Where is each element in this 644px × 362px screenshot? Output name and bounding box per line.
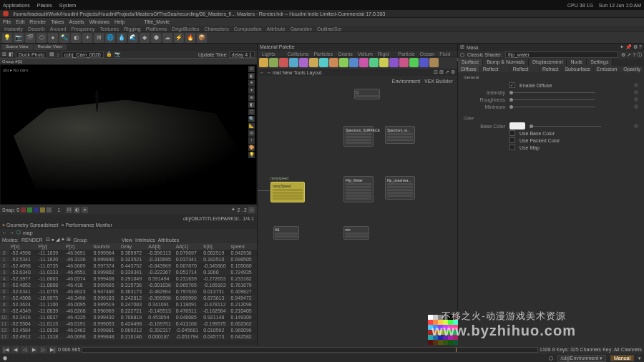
home-icon[interactable]: ⌂ xyxy=(248,207,255,213)
node-rampspeed[interactable]: rampSpeed xyxy=(270,182,305,202)
desktop-name[interactable]: Title_Movie xyxy=(144,19,170,24)
roughness-slider[interactable] xyxy=(509,99,595,100)
ss-attributes[interactable]: Attributes xyxy=(158,238,180,243)
node-spectrum-surface[interactable]: Spectrum_SURFACE xyxy=(343,126,374,147)
vp-mode[interactable]: Duck Photo xyxy=(16,52,47,58)
table-row[interactable]: 9-52.4349-11.0839-46.02680.9969690.22272… xyxy=(0,308,257,314)
shelf-tool-icon[interactable] xyxy=(399,58,409,67)
first-frame-icon[interactable]: |◀ xyxy=(2,346,10,353)
shelf-tool-icon[interactable] xyxy=(259,58,268,67)
last-frame-icon[interactable]: ▶| xyxy=(49,346,57,353)
use-basecolor-checkbox[interactable] xyxy=(509,130,515,136)
wire-icon[interactable]: ◐ xyxy=(74,207,80,213)
shelf-tool-icon[interactable]: 🌐 xyxy=(105,33,115,43)
ss-view[interactable]: View xyxy=(122,238,132,243)
cook-icon[interactable]: ⬢ xyxy=(3,356,7,361)
menu-file[interactable]: File xyxy=(3,19,11,24)
shelf-tool-icon[interactable]: ⬡ xyxy=(36,33,47,43)
node-env[interactable]: ⬡ xyxy=(354,89,380,99)
param-subtab[interactable]: Reflect Coat xyxy=(510,66,540,72)
shelf-tab[interactable]: Characters xyxy=(203,26,230,31)
table-row[interactable]: 8-52.3624-11.1100-46.00950.9995190.24708… xyxy=(0,301,257,308)
shelf-tab[interactable]: Textures xyxy=(98,26,119,31)
shelf-tool-icon[interactable] xyxy=(389,58,399,67)
table-row[interactable]: 12-52.4584-11.0838-46.04620.9998810.0692… xyxy=(0,327,257,333)
table-row[interactable]: 10-52.3416-11.0037-46.42350.9994300.7068… xyxy=(0,314,257,321)
viewport-tool-icon[interactable]: ◐ xyxy=(248,73,255,79)
frame-f2[interactable]: 965 xyxy=(72,347,81,352)
shelf-tool-icon[interactable]: 📦 xyxy=(197,33,207,43)
viewport-tool-icon[interactable]: ⬡ xyxy=(248,109,255,115)
viewport-tool-icon[interactable]: ✦ xyxy=(248,87,255,94)
use-packedcolor-checkbox[interactable] xyxy=(509,137,515,143)
menu-help[interactable]: Help xyxy=(114,19,125,24)
shelf-tool-icon[interactable] xyxy=(299,58,308,67)
shelf-tool-icon[interactable]: 💧 xyxy=(117,33,127,43)
net-new[interactable]: New xyxy=(283,70,293,75)
net-layout[interactable]: Layout xyxy=(307,70,322,75)
tab-render-view[interactable]: Render View xyxy=(34,44,67,50)
param-tab[interactable]: Settings xyxy=(587,59,613,66)
table-row[interactable]: 7-52.4508-10.9975-46.34960.9991830.24281… xyxy=(0,295,257,301)
shelf-tool-icon[interactable]: ⚡ xyxy=(174,33,184,43)
prev-frame-icon[interactable]: ◀ xyxy=(11,346,19,353)
node-flip-oceanwave[interactable]: flip_oceanwa... xyxy=(385,176,415,200)
key-channels[interactable]: Key: All Channels xyxy=(602,347,642,352)
shelf-tab[interactable]: Vellum xyxy=(356,52,374,56)
table-row[interactable]: 13-52.4912-11.1318-46.06980.9998480.2161… xyxy=(0,333,257,340)
sys-system[interactable]: System xyxy=(59,3,76,8)
shelf-tool-icon[interactable]: ⊞ xyxy=(94,33,104,43)
shelf-tab[interactable]: Grains xyxy=(336,52,354,56)
viewport-tool-icon[interactable]: ⊡ xyxy=(248,66,255,72)
shelf-tab[interactable]: Composition xyxy=(233,26,263,31)
ss-intrinsics[interactable]: Intrinsics xyxy=(135,238,155,243)
status-path[interactable]: /obj/Environment ▾ xyxy=(557,355,606,362)
basecolor-swatch[interactable] xyxy=(509,122,525,129)
pin-icon[interactable] xyxy=(634,83,638,87)
play-back-icon[interactable]: ◁ xyxy=(21,346,29,353)
vp-update[interactable]: Update Time xyxy=(198,52,227,57)
frame-f1[interactable]: 606 xyxy=(62,347,71,352)
palette-swatch[interactable] xyxy=(443,340,448,345)
table-row[interactable]: 2-52.4098-11.0735-46.06090.9973740.44375… xyxy=(0,263,257,269)
node-fit1[interactable]: fit1 xyxy=(273,226,299,240)
update-mode[interactable]: Manual xyxy=(610,355,634,361)
shelf-tab[interactable]: Instantly xyxy=(3,26,24,31)
shelf-tab[interactable]: DrigdBodies xyxy=(170,26,200,31)
palette-swatch[interactable] xyxy=(438,340,443,345)
ss-node[interactable]: map xyxy=(23,230,33,235)
viewport-tool-icon[interactable]: ◧ xyxy=(248,102,255,108)
vp-frame[interactable]: 2 . 2 xyxy=(237,207,247,212)
shelf-tab[interactable]: Particles xyxy=(312,52,334,56)
viewport-3d[interactable]: obj ▸ No cam ⊡◐●✦⊞◧⬡🔍📐⚙↕🎨💡 xyxy=(0,64,257,205)
tab-geo-spreadsheet[interactable]: × Geometry Spreadsheet xyxy=(2,222,58,228)
shelf-tool-icon[interactable]: 🎬 xyxy=(25,33,35,43)
shelf-tool-icon[interactable]: ● xyxy=(48,33,58,43)
viewport-tool-icon[interactable]: 🎨 xyxy=(248,145,255,151)
persp-icon[interactable]: ⊡ xyxy=(66,207,72,213)
shelf-tool-icon[interactable] xyxy=(429,58,439,67)
viewport-tool-icon[interactable]: 💡 xyxy=(248,152,255,158)
table-row[interactable]: 1-52.5341-11.1820-46.31360.9998460.32352… xyxy=(0,256,257,263)
shelf-tool-icon[interactable] xyxy=(329,58,338,67)
use-map-checkbox[interactable] xyxy=(509,145,515,150)
shelf-tool-icon[interactable] xyxy=(279,58,288,67)
shelf-tool-icon[interactable]: ☁ xyxy=(162,33,172,43)
close-icon[interactable] xyxy=(3,11,9,16)
param-tab[interactable]: Bump & Normals xyxy=(483,59,529,66)
shelf-tab[interactable]: Lights and Cameras xyxy=(260,52,283,56)
menu-render[interactable]: Render xyxy=(29,19,46,24)
shelf-tool-icon[interactable] xyxy=(359,58,369,67)
shelf-tool-icon[interactable] xyxy=(409,58,419,67)
table-row[interactable]: 3-52.6340-11.0333-46.45510.9998020.33934… xyxy=(0,269,257,275)
pin-icon[interactable] xyxy=(634,124,638,128)
table-row[interactable]: 6-52.6341-11.0755-46.86230.9474860.36317… xyxy=(0,288,257,295)
timeline-track[interactable] xyxy=(82,347,538,353)
ss-mode[interactable]: RENDER xyxy=(21,238,43,243)
shade-icon[interactable]: ● xyxy=(82,207,88,213)
param-subtab[interactable]: Opacity xyxy=(620,66,644,72)
shelf-tool-icon[interactable] xyxy=(309,58,318,67)
spreadsheet-table[interactable]: P[x]P[y]P[z]boundxGrayAA[0]AA[1]K[0]spee… xyxy=(0,243,257,351)
menu-takes[interactable]: Takes xyxy=(51,19,64,24)
shelf-tab[interactable]: Particle Fields xyxy=(396,52,416,56)
